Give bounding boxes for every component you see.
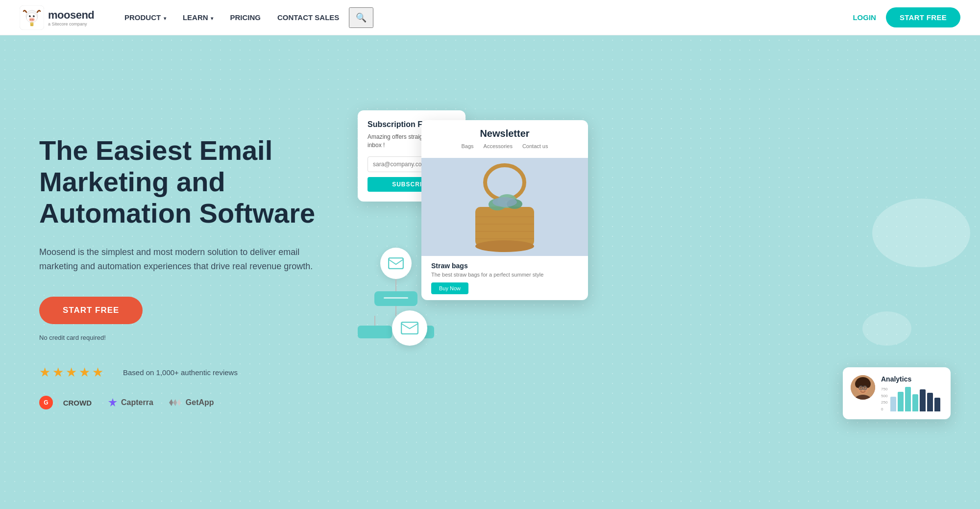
g2-crowd-label: CROWD (63, 399, 92, 407)
analytics-bar-5 (927, 393, 933, 411)
login-link[interactable]: LOGIN (853, 13, 876, 22)
flow-line-2 (395, 306, 396, 316)
analytics-chart-area: 750 500 250 0 (881, 387, 943, 411)
search-button[interactable]: 🔍 (349, 7, 373, 28)
svg-marker-14 (173, 399, 177, 406)
hero-left: The Easiest Email Marketing and Automati… (39, 135, 343, 410)
nav-product[interactable]: PRODUCT ▾ (118, 9, 173, 25)
svg-point-35 (865, 380, 871, 388)
nav-learn[interactable]: LEARN ▾ (176, 9, 220, 25)
star-4: ★ (79, 365, 90, 380)
svg-rect-28 (389, 258, 403, 269)
email-circle (392, 310, 427, 346)
flow-email-icon (388, 257, 404, 269)
hero-title: The Easiest Email Marketing and Automati… (39, 135, 343, 229)
star-5: ★ (92, 365, 103, 380)
analytics-y-axis: 750 500 250 0 (881, 387, 887, 411)
svg-point-40 (864, 387, 866, 389)
start-free-nav-button[interactable]: START FREE (886, 7, 960, 27)
g2-logo-icon: G (39, 396, 53, 409)
newsletter-product-desc: The best straw bags for a perfect summer… (431, 272, 578, 278)
deco-circle-small (862, 311, 911, 346)
search-icon: 🔍 (356, 13, 367, 23)
capterra-label: Capterra (121, 398, 153, 407)
analytics-avatar (851, 375, 875, 400)
svg-point-7 (33, 15, 35, 17)
getapp-badge[interactable]: GetApp (169, 398, 214, 407)
email-icon (401, 322, 418, 334)
nav-right: LOGIN START FREE (853, 7, 960, 27)
nav-links: PRODUCT ▾ LEARN ▾ PRICING CONTACT SALES … (118, 7, 853, 28)
newsletter-nav: Bags Accessories Contact us (431, 143, 578, 149)
g2-crowd-badge[interactable]: G | CROWD (39, 396, 92, 409)
svg-marker-15 (177, 399, 181, 406)
svg-marker-13 (169, 399, 173, 406)
logo-text: moosend a Sitecore company (48, 9, 94, 26)
analytics-title: Analytics (881, 375, 943, 383)
logo[interactable]: moosend a Sitecore company (20, 5, 98, 30)
analytics-bar-0 (890, 397, 896, 411)
star-2: ★ (52, 365, 64, 380)
svg-point-11 (31, 24, 33, 25)
badges-section: G | CROWD Capterra GetApp (39, 396, 343, 409)
newsletter-nav-bags[interactable]: Bags (462, 143, 474, 149)
getapp-icon (169, 398, 183, 407)
svg-point-34 (855, 380, 861, 388)
newsletter-footer: Straw bags The best straw bags for a per… (421, 256, 588, 300)
analytics-person-icon (851, 375, 875, 400)
svg-point-27 (492, 197, 517, 207)
star-1: ★ (39, 365, 50, 380)
analytics-bar-chart (890, 387, 940, 411)
star-rating: ★ ★ ★ ★ ★ (39, 365, 103, 380)
reviews-section: ★ ★ ★ ★ ★ Based on 1,000+ authentic revi… (39, 365, 343, 380)
star-3: ★ (66, 365, 77, 380)
hero-description: Moosend is the simplest and most modern … (39, 245, 314, 274)
hero-right: Subscription Form Amazing offers straigh… (343, 101, 941, 444)
svg-point-4 (30, 19, 32, 20)
svg-point-6 (29, 15, 31, 17)
flow-line-1 (395, 279, 396, 291)
analytics-bar-2 (905, 387, 911, 411)
analytics-bar-1 (898, 392, 904, 411)
hero-section: The Easiest Email Marketing and Automati… (0, 35, 980, 509)
flow-start-circle (380, 248, 412, 279)
newsletter-title: Newsletter (431, 128, 578, 139)
flow-box-main (374, 291, 417, 306)
basket-illustration (466, 158, 544, 256)
svg-point-9 (34, 15, 34, 16)
capterra-icon (107, 397, 118, 408)
newsletter-card: Newsletter Bags Accessories Contact us (421, 120, 588, 300)
cta-area: START FREE No credit card required! (39, 297, 343, 341)
analytics-bar-3 (912, 394, 918, 411)
moosend-logo-icon (20, 5, 44, 30)
start-free-hero-button[interactable]: START FREE (39, 297, 143, 324)
getapp-label: GetApp (186, 398, 214, 407)
svg-marker-12 (108, 398, 117, 407)
newsletter-header: Newsletter Bags Accessories Contact us (421, 120, 588, 158)
newsletter-nav-accessories[interactable]: Accessories (484, 143, 513, 149)
nav-contact-sales[interactable]: CONTACT SALES (270, 9, 346, 25)
logo-sub-text: a Sitecore company (48, 22, 94, 26)
analytics-card: Analytics 750 500 250 0 (843, 367, 951, 419)
no-credit-text: No credit card required! (39, 334, 343, 341)
svg-point-19 (475, 240, 534, 252)
analytics-bar-4 (920, 389, 926, 411)
svg-point-8 (30, 15, 30, 16)
svg-point-3 (29, 18, 35, 22)
capterra-badge[interactable]: Capterra (107, 397, 153, 408)
svg-point-39 (860, 387, 862, 389)
analytics-content: Analytics 750 500 250 0 (881, 375, 943, 411)
newsletter-nav-contact[interactable]: Contact us (522, 143, 548, 149)
logo-brand-text: moosend (48, 9, 94, 22)
reviews-text: Based on 1,000+ authentic reviews (123, 368, 238, 377)
buy-now-button[interactable]: Buy Now (431, 282, 468, 294)
nav-pricing[interactable]: PRICING (223, 9, 268, 25)
navbar: moosend a Sitecore company PRODUCT ▾ LEA… (0, 0, 980, 35)
svg-point-5 (32, 19, 34, 20)
newsletter-image-area (421, 158, 588, 256)
analytics-bar-6 (934, 398, 940, 411)
deco-circle-large (872, 199, 970, 267)
newsletter-product-name: Straw bags (431, 262, 578, 270)
